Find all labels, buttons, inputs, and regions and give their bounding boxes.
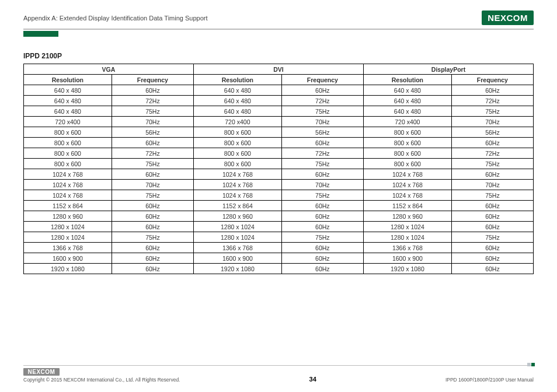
table-cell: 72Hz	[112, 96, 193, 106]
brand-logo: NEXCOM	[482, 10, 534, 25]
table-cell: 60Hz	[281, 222, 363, 232]
table-cell: 60Hz	[451, 222, 533, 232]
footer-brand-logo: NEXCOM	[23, 368, 60, 376]
group-vga: VGA	[24, 64, 194, 75]
table-cell: 60Hz	[451, 243, 533, 253]
table-cell: 60Hz	[281, 201, 363, 211]
table-cell: 60Hz	[112, 243, 193, 253]
table-row: 1152 x 86460Hz1152 x 86460Hz1152 x 86460…	[24, 201, 534, 211]
table-cell: 60Hz	[112, 138, 193, 148]
page-number: 34	[309, 376, 316, 383]
table-cell: 60Hz	[112, 253, 193, 264]
table-cell: 75Hz	[281, 159, 363, 169]
table-cell: 720 x400	[24, 117, 112, 127]
table-cell: 800 x 600	[363, 138, 451, 148]
table-cell: 1152 x 864	[24, 201, 112, 211]
brand-text: NEXCOM	[488, 13, 528, 23]
group-dvi: DVI	[193, 64, 363, 75]
table-cell: 60Hz	[112, 201, 193, 211]
table-cell: 1366 x 768	[193, 243, 281, 253]
table-cell: 1920 x 1080	[193, 264, 281, 274]
table-cell: 70Hz	[281, 180, 363, 190]
table-cell: 800 x 600	[24, 127, 112, 138]
table-cell: 640 x 480	[193, 96, 281, 106]
table-cell: 70Hz	[112, 117, 193, 127]
table-row: 1280 x 102460Hz1280 x 102460Hz1280 x 102…	[24, 222, 534, 232]
table-cell: 800 x 600	[24, 159, 112, 169]
table-cell: 1600 x 900	[24, 253, 112, 264]
table-cell: 1024 x 768	[24, 180, 112, 190]
table-cell: 800 x 600	[363, 148, 451, 159]
table-cell: 1024 x 768	[24, 190, 112, 201]
table-row: 640 x 48075Hz640 x 48075Hz640 x 48075Hz	[24, 106, 534, 117]
col-vga-res: Resolution	[24, 75, 112, 85]
table-cell: 1024 x 768	[363, 169, 451, 180]
table-cell: 70Hz	[281, 117, 363, 127]
table-cell: 640 x 480	[363, 106, 451, 117]
table-cell: 1280 x 1024	[363, 222, 451, 232]
table-cell: 1152 x 864	[363, 201, 451, 211]
table-cell: 1024 x 768	[24, 169, 112, 180]
table-row: 1920 x 108060Hz1920 x 108060Hz1920 x 108…	[24, 264, 534, 274]
table-cell: 800 x 600	[24, 148, 112, 159]
table-cell: 1024 x 768	[363, 180, 451, 190]
table-cell: 1280 x 960	[24, 211, 112, 222]
table-cell: 1600 x 900	[193, 253, 281, 264]
table-cell: 70Hz	[112, 180, 193, 190]
table-row: 800 x 60072Hz800 x 60072Hz800 x 60072Hz	[24, 148, 534, 159]
table-cell: 60Hz	[281, 211, 363, 222]
table-cell: 56Hz	[281, 127, 363, 138]
table-cell: 640 x 480	[24, 106, 112, 117]
table-cell: 60Hz	[112, 211, 193, 222]
table-cell: 1280 x 960	[193, 211, 281, 222]
table-cell: 1920 x 1080	[363, 264, 451, 274]
table-cell: 60Hz	[281, 138, 363, 148]
table-cell: 60Hz	[281, 264, 363, 274]
table-cell: 60Hz	[451, 201, 533, 211]
table-cell: 800 x 600	[193, 159, 281, 169]
table-row: 1600 x 90060Hz1600 x 90060Hz1600 x 90060…	[24, 253, 534, 264]
table-cell: 1280 x 1024	[363, 232, 451, 243]
table-cell: 640 x 480	[193, 85, 281, 96]
table-cell: 60Hz	[451, 264, 533, 274]
table-cell: 640 x 480	[24, 85, 112, 96]
table-cell: 60Hz	[281, 169, 363, 180]
table-cell: 640 x 480	[363, 96, 451, 106]
table-cell: 800 x 600	[363, 159, 451, 169]
table-cell: 60Hz	[112, 85, 193, 96]
green-accent-bar	[23, 31, 58, 37]
table-cell: 60Hz	[451, 211, 533, 222]
table-cell: 1280 x 1024	[193, 232, 281, 243]
table-cell: 1024 x 768	[193, 180, 281, 190]
table-cell: 800 x 600	[193, 138, 281, 148]
table-cell: 1366 x 768	[363, 243, 451, 253]
table-cell: 800 x 600	[193, 148, 281, 159]
appendix-title: Appendix A: Extended Display Identificat…	[23, 15, 208, 22]
table-row: 640 x 48072Hz640 x 48072Hz640 x 48072Hz	[24, 96, 534, 106]
table-row: 800 x 60056Hz800 x 60056Hz800 x 60056Hz	[24, 127, 534, 138]
table-cell: 70Hz	[451, 180, 533, 190]
table-row: 720 x40070Hz720 x40070Hz720 x40070Hz	[24, 117, 534, 127]
table-group-row: VGA DVI DisplayPort	[24, 64, 534, 75]
table-cell: 75Hz	[281, 232, 363, 243]
table-cell: 1152 x 864	[193, 201, 281, 211]
table-cell: 60Hz	[112, 264, 193, 274]
table-cell: 1280 x 1024	[24, 222, 112, 232]
table-cell: 640 x 480	[193, 106, 281, 117]
table-cell: 72Hz	[112, 148, 193, 159]
table-cell: 640 x 480	[24, 96, 112, 106]
table-row: 1366 x 76860Hz1366 x 76860Hz1366 x 76860…	[24, 243, 534, 253]
table-cell: 1600 x 900	[363, 253, 451, 264]
table-cell: 1280 x 1024	[24, 232, 112, 243]
header-rule	[23, 29, 534, 30]
manual-reference: IPPD 1600P/1800P/2100P User Manual	[445, 377, 534, 383]
table-cell: 75Hz	[451, 232, 533, 243]
table-cell: 800 x 600	[363, 127, 451, 138]
table-cell: 60Hz	[112, 222, 193, 232]
table-cell: 72Hz	[281, 148, 363, 159]
table-row: 1280 x 96060Hz1280 x 96060Hz1280 x 96060…	[24, 211, 534, 222]
table-row: 800 x 60060Hz800 x 60060Hz800 x 60060Hz	[24, 138, 534, 148]
table-cell: 720 x400	[363, 117, 451, 127]
col-dvi-freq: Frequency	[281, 75, 363, 85]
table-cell: 72Hz	[451, 148, 533, 159]
